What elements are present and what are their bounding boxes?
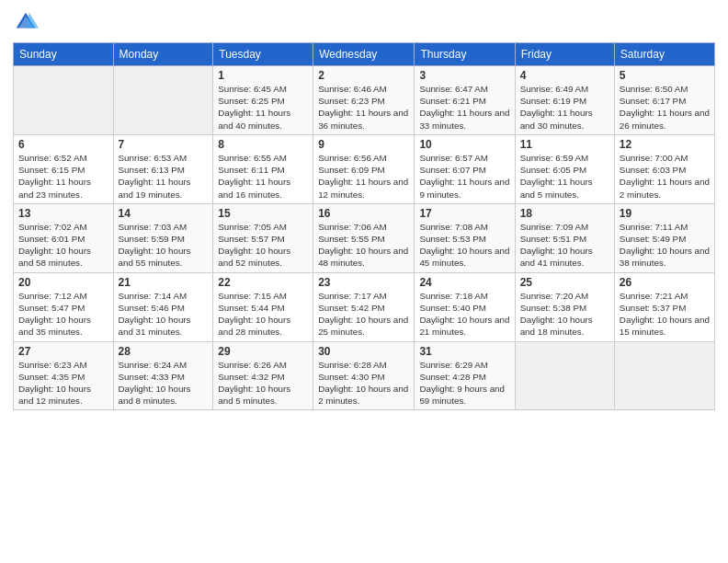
- day-info: Sunrise: 6:47 AM Sunset: 6:21 PM Dayligh…: [419, 83, 509, 132]
- day-info: Sunrise: 6:46 AM Sunset: 6:23 PM Dayligh…: [318, 83, 409, 132]
- calendar-cell: 20Sunrise: 7:12 AM Sunset: 5:47 PM Dayli…: [14, 272, 114, 341]
- day-number: 6: [18, 138, 108, 151]
- day-info: Sunrise: 6:24 AM Sunset: 4:33 PM Dayligh…: [119, 359, 209, 408]
- day-number: 9: [318, 138, 409, 151]
- day-number: 14: [119, 207, 209, 220]
- day-info: Sunrise: 7:18 AM Sunset: 5:40 PM Dayligh…: [419, 290, 509, 339]
- calendar-cell: 17Sunrise: 7:08 AM Sunset: 5:53 PM Dayli…: [415, 203, 515, 272]
- weekday-header: Wednesday: [313, 43, 415, 66]
- day-number: 4: [520, 69, 609, 82]
- day-number: 24: [419, 276, 509, 289]
- day-info: Sunrise: 7:21 AM Sunset: 5:37 PM Dayligh…: [620, 290, 710, 339]
- calendar-week-row: 13Sunrise: 7:02 AM Sunset: 6:01 PM Dayli…: [14, 203, 715, 272]
- calendar-cell: 22Sunrise: 7:15 AM Sunset: 5:44 PM Dayli…: [213, 272, 313, 341]
- day-info: Sunrise: 6:50 AM Sunset: 6:17 PM Dayligh…: [620, 83, 710, 132]
- calendar-cell: 3Sunrise: 6:47 AM Sunset: 6:21 PM Daylig…: [415, 66, 515, 135]
- calendar-cell: 23Sunrise: 7:17 AM Sunset: 5:42 PM Dayli…: [313, 272, 415, 341]
- calendar-cell: 30Sunrise: 6:28 AM Sunset: 4:30 PM Dayli…: [313, 341, 415, 410]
- day-number: 2: [318, 69, 409, 82]
- day-number: 1: [218, 69, 308, 82]
- calendar-cell: 27Sunrise: 6:23 AM Sunset: 4:35 PM Dayli…: [14, 341, 114, 410]
- day-info: Sunrise: 7:05 AM Sunset: 5:57 PM Dayligh…: [218, 221, 308, 270]
- day-info: Sunrise: 7:14 AM Sunset: 5:46 PM Dayligh…: [119, 290, 209, 339]
- calendar-cell: 2Sunrise: 6:46 AM Sunset: 6:23 PM Daylig…: [313, 66, 415, 135]
- calendar-cell: 6Sunrise: 6:52 AM Sunset: 6:15 PM Daylig…: [14, 134, 114, 203]
- day-number: 10: [419, 138, 509, 151]
- day-number: 19: [620, 207, 710, 220]
- day-info: Sunrise: 7:02 AM Sunset: 6:01 PM Dayligh…: [18, 221, 108, 270]
- calendar-cell: 31Sunrise: 6:29 AM Sunset: 4:28 PM Dayli…: [415, 341, 515, 410]
- day-info: Sunrise: 6:53 AM Sunset: 6:13 PM Dayligh…: [119, 152, 209, 201]
- calendar-cell: 5Sunrise: 6:50 AM Sunset: 6:17 PM Daylig…: [614, 66, 714, 135]
- calendar-cell: 15Sunrise: 7:05 AM Sunset: 5:57 PM Dayli…: [213, 203, 313, 272]
- day-number: 12: [620, 138, 710, 151]
- day-info: Sunrise: 6:55 AM Sunset: 6:11 PM Dayligh…: [218, 152, 308, 201]
- calendar-cell: 12Sunrise: 7:00 AM Sunset: 6:03 PM Dayli…: [614, 134, 714, 203]
- day-number: 25: [520, 276, 609, 289]
- day-info: Sunrise: 7:17 AM Sunset: 5:42 PM Dayligh…: [318, 290, 409, 339]
- weekday-header: Saturday: [614, 43, 714, 66]
- calendar-week-row: 6Sunrise: 6:52 AM Sunset: 6:15 PM Daylig…: [14, 134, 715, 203]
- day-number: 31: [419, 345, 509, 358]
- day-info: Sunrise: 6:59 AM Sunset: 6:05 PM Dayligh…: [520, 152, 609, 201]
- day-number: 5: [620, 69, 710, 82]
- calendar-cell: 21Sunrise: 7:14 AM Sunset: 5:46 PM Dayli…: [113, 272, 213, 341]
- day-number: 21: [119, 276, 209, 289]
- calendar-week-row: 1Sunrise: 6:45 AM Sunset: 6:25 PM Daylig…: [14, 66, 715, 135]
- calendar-cell: 26Sunrise: 7:21 AM Sunset: 5:37 PM Dayli…: [614, 272, 714, 341]
- day-info: Sunrise: 6:49 AM Sunset: 6:19 PM Dayligh…: [520, 83, 609, 132]
- weekday-header: Thursday: [415, 43, 515, 66]
- logo: [13, 9, 42, 35]
- calendar-cell: 9Sunrise: 6:56 AM Sunset: 6:09 PM Daylig…: [313, 134, 415, 203]
- calendar-week-row: 27Sunrise: 6:23 AM Sunset: 4:35 PM Dayli…: [14, 341, 715, 410]
- weekday-header: Friday: [515, 43, 614, 66]
- day-info: Sunrise: 6:52 AM Sunset: 6:15 PM Dayligh…: [18, 152, 108, 201]
- day-info: Sunrise: 7:08 AM Sunset: 5:53 PM Dayligh…: [419, 221, 509, 270]
- weekday-header: Monday: [113, 43, 213, 66]
- day-number: 8: [218, 138, 308, 151]
- day-number: 26: [620, 276, 710, 289]
- calendar-cell: [614, 341, 714, 410]
- day-info: Sunrise: 7:12 AM Sunset: 5:47 PM Dayligh…: [18, 290, 108, 339]
- day-info: Sunrise: 7:20 AM Sunset: 5:38 PM Dayligh…: [520, 290, 609, 339]
- calendar-cell: 28Sunrise: 6:24 AM Sunset: 4:33 PM Dayli…: [113, 341, 213, 410]
- calendar-cell: 7Sunrise: 6:53 AM Sunset: 6:13 PM Daylig…: [113, 134, 213, 203]
- calendar-cell: 29Sunrise: 6:26 AM Sunset: 4:32 PM Dayli…: [213, 341, 313, 410]
- day-number: 11: [520, 138, 609, 151]
- calendar-cell: 10Sunrise: 6:57 AM Sunset: 6:07 PM Dayli…: [415, 134, 515, 203]
- day-number: 20: [18, 276, 108, 289]
- day-info: Sunrise: 7:11 AM Sunset: 5:49 PM Dayligh…: [620, 221, 710, 270]
- calendar-cell: 24Sunrise: 7:18 AM Sunset: 5:40 PM Dayli…: [415, 272, 515, 341]
- day-number: 16: [318, 207, 409, 220]
- calendar-cell: 11Sunrise: 6:59 AM Sunset: 6:05 PM Dayli…: [515, 134, 614, 203]
- logo-icon: [13, 9, 39, 35]
- page-header: [13, 9, 715, 35]
- day-info: Sunrise: 6:28 AM Sunset: 4:30 PM Dayligh…: [318, 359, 409, 408]
- day-info: Sunrise: 6:29 AM Sunset: 4:28 PM Dayligh…: [419, 359, 509, 408]
- day-number: 29: [218, 345, 308, 358]
- day-info: Sunrise: 7:09 AM Sunset: 5:51 PM Dayligh…: [520, 221, 609, 270]
- day-number: 7: [119, 138, 209, 151]
- calendar-cell: 13Sunrise: 7:02 AM Sunset: 6:01 PM Dayli…: [14, 203, 114, 272]
- day-info: Sunrise: 6:23 AM Sunset: 4:35 PM Dayligh…: [18, 359, 108, 408]
- day-info: Sunrise: 7:00 AM Sunset: 6:03 PM Dayligh…: [620, 152, 710, 201]
- day-number: 13: [18, 207, 108, 220]
- calendar-table: SundayMondayTuesdayWednesdayThursdayFrid…: [13, 42, 715, 410]
- calendar-header-row: SundayMondayTuesdayWednesdayThursdayFrid…: [14, 43, 715, 66]
- day-number: 22: [218, 276, 308, 289]
- day-info: Sunrise: 6:57 AM Sunset: 6:07 PM Dayligh…: [419, 152, 509, 201]
- calendar-cell: 25Sunrise: 7:20 AM Sunset: 5:38 PM Dayli…: [515, 272, 614, 341]
- day-number: 30: [318, 345, 409, 358]
- calendar-cell: 16Sunrise: 7:06 AM Sunset: 5:55 PM Dayli…: [313, 203, 415, 272]
- day-info: Sunrise: 6:26 AM Sunset: 4:32 PM Dayligh…: [218, 359, 308, 408]
- weekday-header: Tuesday: [213, 43, 313, 66]
- calendar-cell: 19Sunrise: 7:11 AM Sunset: 5:49 PM Dayli…: [614, 203, 714, 272]
- calendar-cell: 14Sunrise: 7:03 AM Sunset: 5:59 PM Dayli…: [113, 203, 213, 272]
- day-info: Sunrise: 7:06 AM Sunset: 5:55 PM Dayligh…: [318, 221, 409, 270]
- calendar-cell: 4Sunrise: 6:49 AM Sunset: 6:19 PM Daylig…: [515, 66, 614, 135]
- day-info: Sunrise: 7:15 AM Sunset: 5:44 PM Dayligh…: [218, 290, 308, 339]
- day-info: Sunrise: 6:56 AM Sunset: 6:09 PM Dayligh…: [318, 152, 409, 201]
- weekday-header: Sunday: [14, 43, 114, 66]
- calendar-cell: [14, 66, 114, 135]
- day-number: 28: [119, 345, 209, 358]
